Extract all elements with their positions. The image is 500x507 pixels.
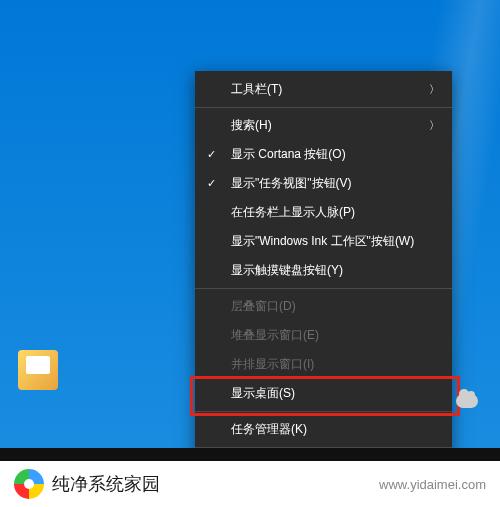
brand-logo-icon bbox=[14, 469, 44, 499]
menu-separator bbox=[195, 411, 452, 412]
check-icon: ✓ bbox=[207, 148, 216, 161]
brand-url: www.yidaimei.com bbox=[379, 477, 486, 492]
menu-taskview[interactable]: ✓ 显示"任务视图"按钮(V) bbox=[195, 169, 452, 198]
shortcut-icon bbox=[18, 350, 58, 390]
menu-show-desktop[interactable]: 显示桌面(S) bbox=[195, 379, 452, 408]
menu-search[interactable]: 搜索(H) 〉 bbox=[195, 111, 452, 140]
menu-task-manager[interactable]: 任务管理器(K) bbox=[195, 415, 452, 444]
menu-touch-keyboard[interactable]: 显示触摸键盘按钮(Y) bbox=[195, 256, 452, 285]
menu-separator bbox=[195, 107, 452, 108]
menu-label: 任务管理器(K) bbox=[231, 421, 307, 438]
menu-label: 在任务栏上显示人脉(P) bbox=[231, 204, 355, 221]
cloud-icon bbox=[456, 394, 478, 408]
chevron-right-icon: 〉 bbox=[429, 82, 440, 97]
menu-cortana[interactable]: ✓ 显示 Cortana 按钮(O) bbox=[195, 140, 452, 169]
menu-label: 显示桌面(S) bbox=[231, 385, 295, 402]
system-tray-icon[interactable] bbox=[452, 391, 482, 411]
menu-separator bbox=[195, 288, 452, 289]
menu-people[interactable]: 在任务栏上显示人脉(P) bbox=[195, 198, 452, 227]
watermark-bar: 纯净系统家园 www.yidaimei.com bbox=[0, 461, 500, 507]
menu-label: 堆叠显示窗口(E) bbox=[231, 327, 319, 344]
taskbar-context-menu: 工具栏(T) 〉 搜索(H) 〉 ✓ 显示 Cortana 按钮(O) ✓ 显示… bbox=[195, 71, 452, 507]
menu-label: 搜索(H) bbox=[231, 117, 272, 134]
brand-name: 纯净系统家园 bbox=[52, 472, 160, 496]
menu-sidebyside-windows: 并排显示窗口(I) bbox=[195, 350, 452, 379]
menu-label: 层叠窗口(D) bbox=[231, 298, 296, 315]
menu-label: 工具栏(T) bbox=[231, 81, 282, 98]
menu-cascade-windows: 层叠窗口(D) bbox=[195, 292, 452, 321]
taskbar[interactable] bbox=[0, 448, 500, 461]
chevron-right-icon: 〉 bbox=[429, 118, 440, 133]
menu-label: 显示触摸键盘按钮(Y) bbox=[231, 262, 343, 279]
menu-stacked-windows: 堆叠显示窗口(E) bbox=[195, 321, 452, 350]
menu-label: 显示 Cortana 按钮(O) bbox=[231, 146, 346, 163]
menu-toolbar[interactable]: 工具栏(T) 〉 bbox=[195, 75, 452, 104]
desktop-area: 工具栏(T) 〉 搜索(H) 〉 ✓ 显示 Cortana 按钮(O) ✓ 显示… bbox=[0, 0, 500, 461]
brand-left: 纯净系统家园 bbox=[14, 469, 160, 499]
menu-label: 显示"Windows Ink 工作区"按钮(W) bbox=[231, 233, 414, 250]
desktop-shortcut[interactable] bbox=[18, 350, 58, 390]
menu-label: 显示"任务视图"按钮(V) bbox=[231, 175, 352, 192]
check-icon: ✓ bbox=[207, 177, 216, 190]
menu-ink[interactable]: 显示"Windows Ink 工作区"按钮(W) bbox=[195, 227, 452, 256]
menu-label: 并排显示窗口(I) bbox=[231, 356, 314, 373]
